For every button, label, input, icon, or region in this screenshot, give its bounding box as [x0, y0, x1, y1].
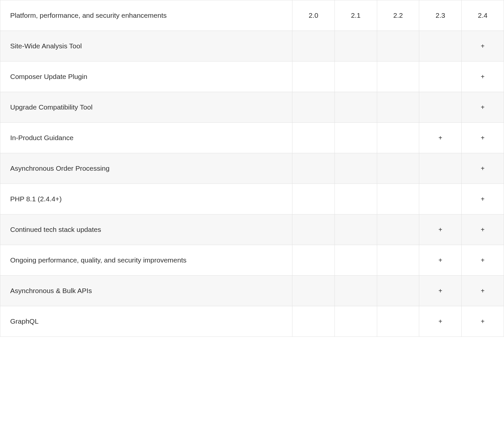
feature-cell: + [462, 153, 504, 184]
feature-cell: + [419, 276, 462, 306]
feature-cell: + [462, 306, 504, 337]
feature-cell [377, 245, 419, 276]
feature-cell [334, 214, 377, 245]
feature-cell [334, 306, 377, 337]
feature-cell: + [462, 31, 504, 62]
feature-cell [419, 153, 462, 184]
feature-cell: + [419, 306, 462, 337]
table-row: Ongoing performance, quality, and securi… [0, 245, 504, 276]
feature-cell [334, 31, 377, 62]
table-row: Asynchronous Order Processing + [0, 153, 504, 184]
feature-cell [334, 184, 377, 214]
feature-cell [377, 184, 419, 214]
feature-cell [334, 123, 377, 153]
feature-cell [377, 276, 419, 306]
header-version-2: 2.2 [377, 0, 419, 31]
feature-label: GraphQL [0, 306, 292, 337]
feature-cell [292, 31, 335, 62]
feature-cell [377, 62, 419, 92]
feature-cell: + [462, 92, 504, 123]
header-version-4: 2.4 [462, 0, 504, 31]
feature-cell [377, 306, 419, 337]
feature-cell [377, 31, 419, 62]
feature-cell [292, 153, 335, 184]
feature-cell [334, 276, 377, 306]
feature-cell [292, 184, 335, 214]
feature-cell [377, 123, 419, 153]
feature-label: Asynchronous Order Processing [0, 153, 292, 184]
feature-cell [419, 31, 462, 62]
table: Platform, performance, and security enha… [0, 0, 504, 337]
table-row: Asynchronous & Bulk APIs + + [0, 276, 504, 306]
feature-version-table: Platform, performance, and security enha… [0, 0, 504, 337]
feature-cell [334, 153, 377, 184]
feature-cell [292, 62, 335, 92]
feature-cell [292, 92, 335, 123]
feature-cell: + [462, 123, 504, 153]
feature-cell [334, 62, 377, 92]
feature-label: In-Product Guidance [0, 123, 292, 153]
feature-cell: + [419, 214, 462, 245]
feature-cell [419, 62, 462, 92]
feature-cell: + [419, 123, 462, 153]
feature-cell: + [462, 245, 504, 276]
table-row: Upgrade Compatibility Tool + [0, 92, 504, 123]
feature-cell [334, 245, 377, 276]
table-header-row: Platform, performance, and security enha… [0, 0, 504, 31]
feature-label: Ongoing performance, quality, and securi… [0, 245, 292, 276]
header-version-1: 2.1 [334, 0, 377, 31]
feature-label: Continued tech stack updates [0, 214, 292, 245]
table-row: Site-Wide Analysis Tool + [0, 31, 504, 62]
feature-cell [292, 245, 335, 276]
feature-cell [419, 92, 462, 123]
feature-cell [292, 123, 335, 153]
feature-cell [377, 214, 419, 245]
table-row: In-Product Guidance + + [0, 123, 504, 153]
header-title: Platform, performance, and security enha… [0, 0, 292, 31]
header-version-3: 2.3 [419, 0, 462, 31]
table-row: PHP 8.1 (2.4.4+) + [0, 184, 504, 214]
feature-label: Upgrade Compatibility Tool [0, 92, 292, 123]
feature-cell [292, 276, 335, 306]
table-row: Continued tech stack updates + + [0, 214, 504, 245]
feature-cell [292, 214, 335, 245]
feature-cell [292, 306, 335, 337]
feature-cell [377, 153, 419, 184]
feature-cell [377, 92, 419, 123]
feature-cell: + [462, 214, 504, 245]
feature-label: Site-Wide Analysis Tool [0, 31, 292, 62]
table-body: Site-Wide Analysis Tool + Composer Updat… [0, 31, 504, 337]
feature-cell: + [419, 245, 462, 276]
feature-cell [334, 92, 377, 123]
table-row: GraphQL + + [0, 306, 504, 337]
feature-cell [419, 184, 462, 214]
header-version-0: 2.0 [292, 0, 335, 31]
feature-label: Asynchronous & Bulk APIs [0, 276, 292, 306]
feature-label: PHP 8.1 (2.4.4+) [0, 184, 292, 214]
feature-cell: + [462, 276, 504, 306]
feature-label: Composer Update Plugin [0, 62, 292, 92]
feature-cell: + [462, 62, 504, 92]
table-row: Composer Update Plugin + [0, 62, 504, 92]
feature-cell: + [462, 184, 504, 214]
